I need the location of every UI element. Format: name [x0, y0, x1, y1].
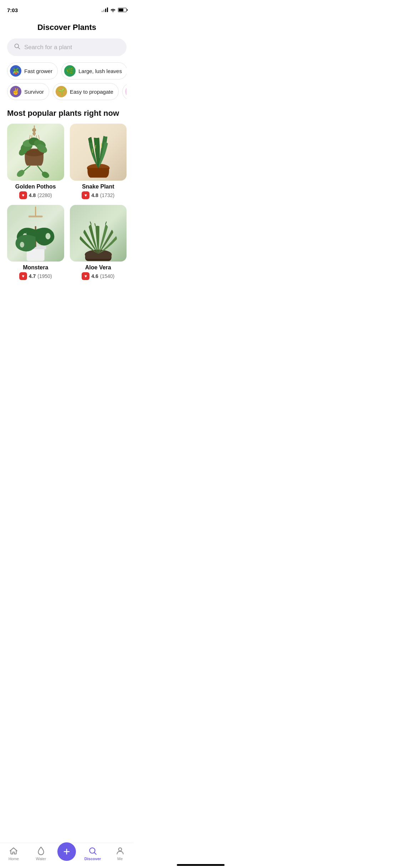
battery-icon — [118, 8, 127, 12]
svg-line-30 — [105, 221, 106, 224]
plant-image-monstera — [7, 205, 64, 262]
plant-rating-aloe-vera: ♥ 4.6 (1540) — [70, 272, 127, 280]
rating-value-aloe-vera: 4.6 — [91, 273, 98, 279]
heart-icon-monstera: ♥ — [19, 272, 27, 280]
svg-line-31 — [90, 221, 91, 224]
plant-card-monstera[interactable]: Monstera ♥ 4.7 (1950) — [7, 205, 64, 280]
heart-icon-aloe-vera: ♥ — [82, 272, 89, 280]
search-container: Search for a plant — [0, 38, 134, 56]
category-survivor[interactable]: ✌️ Survivor — [7, 83, 49, 100]
plant-image-aloe-vera — [70, 205, 127, 262]
plant-image-snake-plant — [70, 124, 127, 181]
category-propagate[interactable]: 🌱 Easy to propagate — [53, 83, 119, 100]
plant-card-golden-pothos[interactable]: Golden Pothos ♥ 4.8 (2280) — [7, 124, 64, 199]
svg-point-17 — [16, 169, 26, 179]
category-blooms[interactable]: 🌸 Bloo — [122, 83, 127, 100]
plant-name-aloe-vera: Aloe Vera — [70, 264, 127, 271]
svg-point-24 — [46, 233, 51, 239]
large-lush-icon: 🌿 — [64, 65, 76, 77]
heart-icon-snake-plant: ♥ — [82, 191, 89, 199]
svg-rect-27 — [29, 215, 43, 217]
propagate-label: Easy to propagate — [70, 89, 113, 95]
rating-value-monstera: 4.7 — [29, 273, 36, 279]
search-bar[interactable]: Search for a plant — [7, 38, 127, 56]
plant-name-golden-pothos: Golden Pothos — [7, 184, 64, 190]
plant-card-snake-plant[interactable]: Snake Plant ♥ 4.8 (1732) — [70, 124, 127, 199]
fast-grower-label: Fast grower — [24, 68, 52, 74]
plant-name-snake-plant: Snake Plant — [70, 184, 127, 190]
categories-row-2: ✌️ Survivor 🌱 Easy to propagate 🌸 Bloo — [7, 83, 127, 100]
svg-point-4 — [33, 132, 36, 135]
plant-card-aloe-vera[interactable]: Aloe Vera ♥ 4.6 (1540) — [70, 205, 127, 280]
signal-icon — [102, 8, 108, 12]
wifi-icon — [110, 8, 116, 12]
popular-section-title: Most popular plants right now — [0, 104, 134, 124]
search-placeholder-text: Search for a plant — [24, 44, 72, 51]
blooms-icon: 🌸 — [125, 86, 127, 97]
heart-icon-golden-pothos: ♥ — [19, 191, 27, 199]
status-icons — [102, 8, 127, 12]
survivor-icon: ✌️ — [10, 86, 21, 97]
survivor-label: Survivor — [24, 89, 44, 95]
svg-line-1 — [18, 47, 20, 49]
svg-point-3 — [32, 128, 36, 132]
category-large-lush[interactable]: 🌿 Large, lush leaves — [61, 62, 127, 79]
rating-value-golden-pothos: 4.8 — [29, 192, 36, 198]
svg-point-25 — [20, 242, 24, 247]
rating-count-aloe-vera: (1540) — [100, 273, 115, 279]
categories-row-1: 🪴 Fast grower 🌿 Large, lush leaves 🐱 Pe — [7, 62, 127, 79]
plant-image-golden-pothos — [7, 124, 64, 181]
status-time: 7:03 — [7, 7, 18, 13]
plants-grid: Golden Pothos ♥ 4.8 (2280) — [0, 124, 134, 280]
rating-count-snake-plant: (1732) — [100, 192, 115, 198]
large-lush-label: Large, lush leaves — [78, 68, 122, 74]
plant-rating-snake-plant: ♥ 4.8 (1732) — [70, 191, 127, 199]
fast-grower-icon: 🪴 — [10, 65, 21, 77]
plant-name-monstera: Monstera — [7, 264, 64, 271]
rating-value-snake-plant: 4.8 — [91, 192, 98, 198]
plant-rating-golden-pothos: ♥ 4.8 (2280) — [7, 191, 64, 199]
rating-count-monstera: (1950) — [37, 273, 52, 279]
search-icon — [14, 43, 21, 52]
propagate-icon: 🌱 — [56, 86, 67, 97]
status-bar: 7:03 — [0, 0, 134, 16]
category-fast-grower[interactable]: 🪴 Fast grower — [7, 62, 58, 79]
rating-count-golden-pothos: (2280) — [37, 192, 52, 198]
categories-section: 🪴 Fast grower 🌿 Large, lush leaves 🐱 Pe … — [0, 62, 134, 100]
svg-line-29 — [94, 223, 95, 226]
page-title: Discover Plants — [0, 23, 134, 32]
plant-rating-monstera: ♥ 4.7 (1950) — [7, 272, 64, 280]
